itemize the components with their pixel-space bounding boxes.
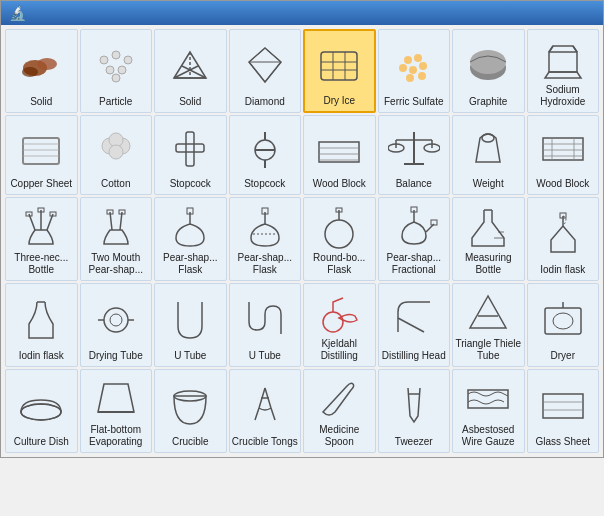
item-icon-pear-frac (381, 202, 448, 250)
grid-item-pear-shape1[interactable]: Pear-shap... Flask (154, 197, 227, 281)
item-label-glass-sheet: Glass Sheet (536, 436, 590, 448)
item-icon-balance (381, 120, 448, 176)
item-label-wood-block2: Wood Block (536, 178, 589, 190)
item-label-pear-shape1: Pear-shap... Flask (157, 252, 224, 276)
svg-point-25 (414, 54, 422, 62)
grid-item-crucible-tongs[interactable]: Crucible Tongs (229, 369, 302, 453)
item-icon-cotton (83, 120, 150, 176)
item-label-measuring-bottle: Measuring Bottle (455, 252, 522, 276)
grid-item-stopcock1[interactable]: Stopcock (154, 115, 227, 195)
svg-rect-44 (186, 132, 194, 166)
item-icon-iodin-flask2 (8, 288, 75, 348)
svg-rect-45 (176, 144, 204, 152)
grid-item-measuring-bottle[interactable]: Measuring Bottle (452, 197, 525, 281)
item-label-ferric-sulfate: Ferric Sulfate (384, 96, 443, 108)
item-icon-crucible (157, 374, 224, 434)
grid-item-two-mouth[interactable]: Two Mouth Pear-shap... (80, 197, 153, 281)
grid-item-u-tube[interactable]: U Tube (154, 283, 227, 367)
svg-point-5 (124, 56, 132, 64)
item-icon-distilling-head (381, 288, 448, 348)
grid-item-wood-block1[interactable]: Wood Block (303, 115, 376, 195)
window-icon: 🔬 (9, 5, 26, 21)
item-icon-sodium-hydroxide (530, 34, 597, 82)
item-icon-copper-sheet (8, 120, 75, 176)
item-icon-dry-ice (307, 35, 372, 93)
item-label-diamond: Diamond (245, 96, 285, 108)
item-label-solid2: Solid (179, 96, 201, 108)
svg-point-92 (104, 308, 128, 332)
svg-point-93 (110, 314, 122, 326)
grid-item-u-tube2[interactable]: U Tube (229, 283, 302, 367)
item-label-cotton: Cotton (101, 178, 130, 190)
grid-item-drying-tube[interactable]: Drying Tube (80, 283, 153, 367)
item-label-copper-sheet: Copper Sheet (10, 178, 72, 190)
grid-item-dry-ice[interactable]: Dry Ice (303, 29, 376, 113)
item-label-weight: Weight (473, 178, 504, 190)
title-bar: 🔬 (1, 1, 603, 25)
item-label-graphite: Graphite (469, 96, 507, 108)
item-label-two-mouth: Two Mouth Pear-shap... (83, 252, 150, 276)
item-icon-kjeldahl (306, 288, 373, 336)
item-label-flat-bottom: Flat-bottom Evaporating (83, 424, 150, 448)
item-label-iodin-flask1: Iodin flask (540, 264, 585, 276)
grid-item-solid2[interactable]: Solid (154, 29, 227, 113)
item-icon-three-neck (8, 202, 75, 250)
item-icon-medicine-spoon (306, 374, 373, 422)
grid-item-iodin-flask1[interactable]: Iodin flask (527, 197, 600, 281)
svg-point-29 (406, 74, 414, 82)
grid-item-tweezer[interactable]: Tweezer (378, 369, 451, 453)
item-icon-glass-sheet (530, 374, 597, 434)
item-icon-solid2 (157, 34, 224, 94)
grid-item-stopcock2[interactable]: Stopcock (229, 115, 302, 195)
grid-item-round-bot[interactable]: Round-bo... Flask (303, 197, 376, 281)
item-icon-ferric-sulfate (381, 34, 448, 94)
grid-item-particle[interactable]: Particle (80, 29, 153, 113)
item-icon-u-tube (157, 288, 224, 348)
grid-item-kjeldahl[interactable]: Kjeldahl Distilling (303, 283, 376, 367)
item-icon-pear-shape2 (232, 202, 299, 250)
svg-point-24 (404, 56, 412, 64)
svg-rect-33 (549, 52, 577, 72)
grid-item-glass-sheet[interactable]: Glass Sheet (527, 369, 600, 453)
grid-item-balance[interactable]: Balance (378, 115, 451, 195)
grid-item-triangle-thiele[interactable]: Triangle Thiele Tube (452, 283, 525, 367)
svg-point-27 (409, 66, 417, 74)
svg-point-6 (106, 66, 114, 74)
item-label-u-tube2: U Tube (249, 350, 281, 362)
item-label-drying-tube: Drying Tube (89, 350, 143, 362)
grid-item-iodin-flask2[interactable]: Iodin flask (5, 283, 78, 367)
item-label-solid1: Solid (30, 96, 52, 108)
grid-item-dryer[interactable]: Dryer (527, 283, 600, 367)
grid-item-solid1[interactable]: Solid (5, 29, 78, 113)
svg-marker-13 (249, 48, 281, 82)
item-icon-stopcock2 (232, 120, 299, 176)
grid-item-asbestosed[interactable]: Asbestosed Wire Gauze (452, 369, 525, 453)
grid-item-sodium-hydroxide[interactable]: Sodium Hydroxide (527, 29, 600, 113)
item-icon-tweezer (381, 374, 448, 434)
grid-item-crucible[interactable]: Crucible (154, 369, 227, 453)
grid-item-flat-bottom[interactable]: Flat-bottom Evaporating (80, 369, 153, 453)
grid-item-wood-block2[interactable]: Wood Block (527, 115, 600, 195)
svg-point-103 (21, 404, 61, 420)
svg-rect-19 (321, 52, 357, 80)
grid-item-cotton[interactable]: Cotton (80, 115, 153, 195)
item-icon-u-tube2 (232, 288, 299, 348)
item-label-triangle-thiele: Triangle Thiele Tube (455, 338, 522, 362)
grid-item-diamond[interactable]: Diamond (229, 29, 302, 113)
grid-item-three-neck[interactable]: Three-nec... Bottle (5, 197, 78, 281)
item-label-culture-dish: Culture Dish (14, 436, 69, 448)
grid-item-medicine-spoon[interactable]: Medicine Spoon (303, 369, 376, 453)
item-icon-triangle-thiele (455, 288, 522, 336)
svg-point-8 (112, 74, 120, 82)
grid-item-weight[interactable]: Weight (452, 115, 525, 195)
grid-item-ferric-sulfate[interactable]: Ferric Sulfate (378, 29, 451, 113)
grid-item-copper-sheet[interactable]: Copper Sheet (5, 115, 78, 195)
item-icon-measuring-bottle (455, 202, 522, 250)
grid-item-pear-frac[interactable]: Pear-shap... Fractional (378, 197, 451, 281)
item-label-dryer: Dryer (551, 350, 575, 362)
grid-item-distilling-head[interactable]: Distilling Head (378, 283, 451, 367)
grid-item-culture-dish[interactable]: Culture Dish (5, 369, 78, 453)
grid-item-graphite[interactable]: Graphite (452, 29, 525, 113)
grid-item-pear-shape2[interactable]: Pear-shap... Flask (229, 197, 302, 281)
item-label-tweezer: Tweezer (395, 436, 433, 448)
